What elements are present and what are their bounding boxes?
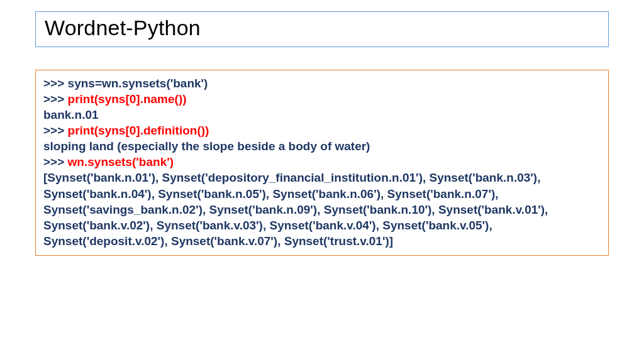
code-output: sloping land (especially the slope besid…: [43, 138, 601, 154]
slide-title: Wordnet-Python: [45, 16, 599, 40]
code-command-highlight: print(syns[0].name()): [68, 92, 187, 106]
repl-prompt: >>>: [43, 124, 68, 137]
title-container: Wordnet-Python: [35, 11, 609, 47]
code-command: syns=wn.synsets('bank'): [68, 77, 208, 90]
repl-prompt: >>>: [43, 77, 68, 90]
code-command-highlight: print(syns[0].definition()): [68, 124, 209, 137]
code-line-1: >>> syns=wn.synsets('bank'): [43, 75, 601, 91]
code-block: >>> syns=wn.synsets('bank') >>> print(sy…: [35, 70, 609, 256]
code-line-2: >>> print(syns[0].name()): [43, 91, 601, 107]
code-line-4: >>> print(syns[0].definition()): [43, 123, 601, 138]
repl-prompt: >>>: [43, 155, 68, 168]
code-output: bank.n.01: [43, 107, 601, 123]
repl-prompt: >>>: [43, 92, 68, 106]
code-command-highlight: wn.synsets('bank'): [68, 155, 174, 168]
code-line-6: >>> wn.synsets('bank'): [43, 154, 601, 170]
code-output: [Synset('bank.n.01'), Synset('depository…: [43, 170, 601, 248]
